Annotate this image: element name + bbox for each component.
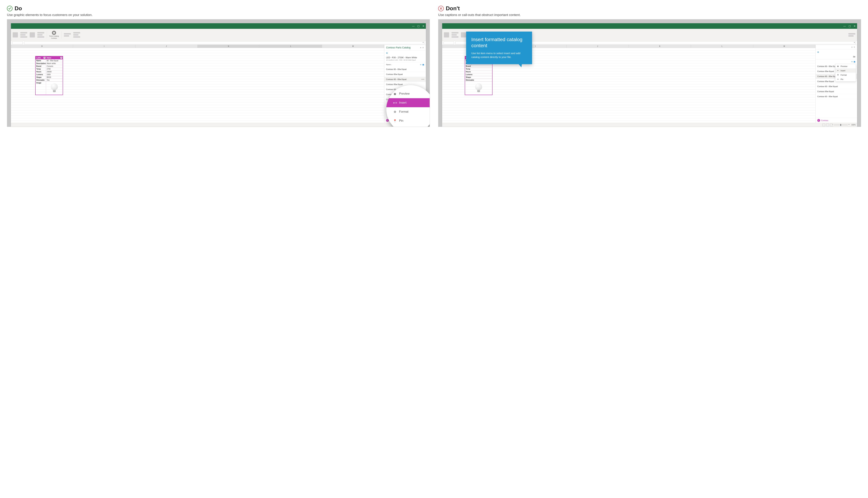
list-item[interactable]: Contoso 60 - 65w Equal — [816, 84, 857, 89]
pane-name-label: Name — [386, 64, 391, 66]
do-title: Do — [15, 5, 22, 12]
view-layout-icon[interactable] — [826, 124, 829, 126]
statusbar: 100% — [442, 123, 857, 127]
format-icon: ⚙ — [837, 74, 839, 76]
footer-logo-icon: C — [817, 119, 820, 122]
ribbon-addin-button[interactable]: Parts Catalog Contoso — [49, 31, 59, 39]
maximize-button[interactable]: ▢ — [848, 25, 851, 27]
preview-icon: ◉ — [837, 65, 839, 67]
footer-name: Contoso — [821, 119, 828, 121]
titlebar: — ▢ ✕ — [11, 23, 426, 29]
lightbulb-icon — [52, 31, 56, 35]
formula-input[interactable] — [24, 41, 425, 44]
excel-window: — ▢ ✕ Parts Catalog Contoso — [11, 23, 426, 127]
formula-bar — [11, 41, 426, 45]
pin-icon: 📍 — [393, 119, 397, 122]
pane-controls[interactable]: ▾ ✕ — [852, 46, 855, 48]
format-icon: ⚙ — [393, 110, 397, 114]
ctx-pin[interactable]: ⊷Pin — [835, 77, 856, 81]
close-button[interactable]: ✕ — [423, 25, 425, 27]
table-header-value[interactable]: Value — [46, 56, 63, 60]
pane-footer: C Contoso — [816, 118, 857, 123]
zoom-label: 100% — [851, 124, 856, 126]
ctx-preview[interactable]: ◉Preview — [835, 64, 856, 68]
minimize-button[interactable]: — — [843, 25, 846, 27]
insert-icon: ⇤ — [837, 69, 839, 72]
titlebar: — ▢ ✕ — [442, 23, 857, 29]
do-column: Do Use graphic elements to focus custome… — [7, 5, 430, 127]
callout-body: Use list item menu to select insert and … — [471, 51, 527, 59]
pane-title: Contoso Parts Catalog — [386, 46, 411, 49]
name-box[interactable] — [12, 41, 23, 44]
pin-icon: ⊷ — [837, 78, 839, 80]
close-button[interactable]: ✕ — [854, 25, 856, 27]
table-image-cell — [46, 81, 63, 94]
list-view-icon[interactable]: ≡ — [852, 61, 853, 63]
dont-screenshot-frame: — ▢ ✕ — [438, 19, 861, 127]
callout-bubble: Insert formatted catalog content Use lis… — [466, 31, 532, 64]
preview-icon: ◉ — [393, 92, 397, 95]
task-pane: ▾ ✕ ≡ ite ≡▦ Contoso 60 - 65w Equal Con — [815, 45, 857, 123]
table-image-cell — [465, 81, 492, 94]
minimize-button[interactable]: — — [412, 25, 415, 27]
dont-title: Don't — [446, 5, 460, 12]
pane-controls[interactable]: ▾ ✕ — [420, 47, 424, 49]
menu-insert[interactable]: ⇤≡Insert — [386, 98, 430, 107]
callout-heading: Insert formatted catalog content — [471, 37, 527, 49]
dont-badge-icon — [438, 6, 444, 11]
list-item[interactable]: Contoso 60 - 65w Equal — [816, 94, 857, 99]
list-view-icon[interactable]: ≡ — [420, 64, 421, 66]
more-icon[interactable]: ••• — [421, 78, 425, 81]
do-badge-icon — [7, 6, 13, 11]
grid-view-icon[interactable]: ▦ — [423, 64, 424, 66]
menu-pin[interactable]: 📍Pin — [386, 116, 430, 125]
list-item[interactable]: Contoso 60 - 65w Equal — [384, 67, 426, 72]
ribbon-addin-label1: Parts Catalog — [49, 35, 59, 37]
list-item[interactable]: Contoso 85w Equal — [384, 72, 426, 77]
lightbulb-image — [51, 83, 58, 93]
hamburger-icon[interactable]: ≡ — [816, 50, 857, 55]
inserted-table: Lable Value Name60 - 65w Equal Descripti… — [35, 56, 63, 95]
menu-format[interactable]: ⚙Format — [386, 107, 430, 116]
pane-sub: 16 results in LED - R30 - 60-65 Watt Equ… — [386, 59, 424, 61]
dont-column: Don't Use captions or call-outs that obs… — [438, 5, 861, 127]
name-box[interactable] — [443, 41, 454, 44]
column-headers: HIJ KLM — [11, 45, 384, 48]
sort-icon[interactable]: ↓ — [391, 64, 392, 66]
hamburger-icon[interactable]: ≡ — [384, 51, 426, 56]
insert-icon: ⇤≡ — [393, 101, 397, 104]
grid-view-icon[interactable]: ▦ — [854, 61, 855, 63]
do-screenshot-frame: — ▢ ✕ Parts Catalog Contoso — [7, 19, 430, 127]
ribbon: Parts Catalog Contoso — [11, 29, 426, 41]
ribbon-addin-label2: Contoso — [51, 37, 57, 39]
maximize-button[interactable]: ▢ — [417, 25, 419, 27]
statusbar: 100% — [11, 123, 426, 127]
dont-subtitle: Use captions or call-outs that obstruct … — [438, 13, 861, 17]
pane-product: ite — [817, 55, 855, 58]
do-subtitle: Use graphic elements to focus customers … — [7, 13, 430, 17]
list-item[interactable]: Contoso 85w Equal — [816, 89, 857, 94]
ctx-insert[interactable]: ⇤Insert — [835, 68, 856, 73]
worksheet[interactable]: HIJ KLM — [11, 45, 384, 123]
pane-product: LED - R30 - 2700K - Warm White — [386, 56, 424, 59]
list-item[interactable]: Contoso 60 - 65w Equal••• — [384, 77, 426, 82]
zoom-slider[interactable] — [834, 125, 848, 125]
ctx-format[interactable]: ⚙Format — [835, 73, 856, 77]
lightbulb-image — [475, 83, 482, 93]
view-normal-icon[interactable] — [822, 124, 825, 126]
context-menu: ◉Preview ⇤Insert ⚙Format ⊷Pin — [835, 64, 856, 81]
table-header-label[interactable]: Lable — [36, 56, 46, 60]
